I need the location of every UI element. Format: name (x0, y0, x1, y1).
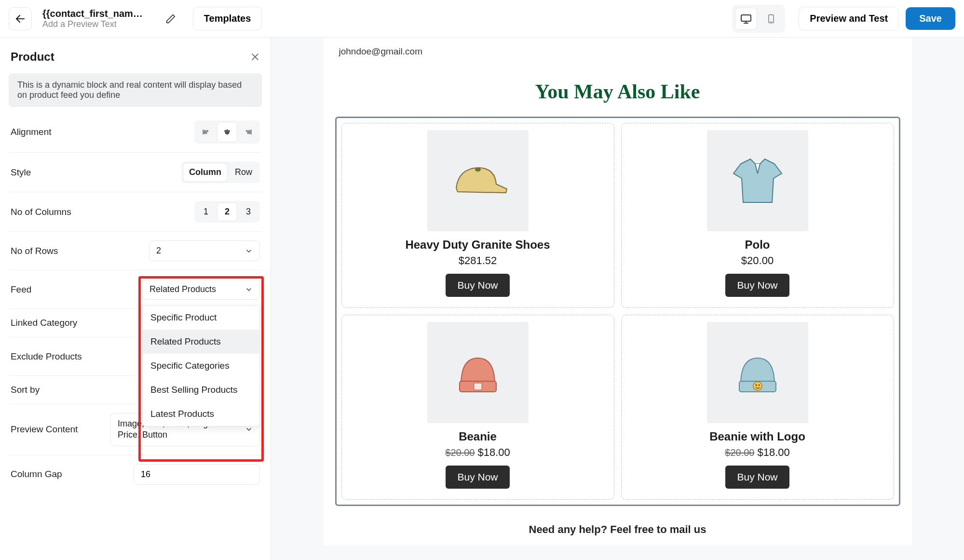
svg-point-19 (475, 168, 481, 172)
email-canvas: johndoe@gmail.com You May Also Like Heav… (271, 38, 964, 560)
style-label: Style (11, 167, 31, 178)
cols-segmented: 1 2 3 (194, 201, 260, 223)
preview-content-label: Preview Content (11, 424, 78, 435)
svg-rect-1 (741, 15, 751, 21)
buy-now-button[interactable]: Buy Now (725, 466, 789, 489)
panel-title: Product (11, 50, 54, 64)
chevron-down-icon (245, 426, 253, 433)
align-left-button[interactable] (196, 122, 216, 142)
product-image (707, 322, 808, 423)
feed-option-latest[interactable]: Latest Products (143, 402, 259, 426)
chevron-down-icon (245, 247, 253, 255)
svg-rect-9 (204, 131, 208, 132)
close-icon (250, 52, 260, 62)
email-from: johndoe@gmail.com (324, 38, 912, 57)
column-gap-input[interactable] (134, 464, 260, 485)
mobile-view-button[interactable] (760, 8, 782, 30)
svg-point-25 (758, 385, 760, 386)
product-price: $20.00$18.00 (349, 446, 607, 459)
linked-category-label: Linked Category (11, 318, 77, 328)
product-block-selected[interactable]: Heavy Duty Granite Shoes $281.52 Buy Now… (335, 117, 900, 506)
product-price: $20.00 (628, 254, 887, 267)
alignment-label: Alignment (11, 127, 52, 137)
align-left-icon (202, 128, 210, 136)
style-column-button[interactable]: Column (183, 163, 227, 181)
svg-rect-10 (204, 133, 206, 134)
email-frame: johndoe@gmail.com You May Also Like Heav… (324, 38, 912, 546)
product-image (427, 130, 529, 231)
alignment-segmented (194, 120, 260, 144)
save-button[interactable]: Save (906, 7, 955, 30)
product-grid: Heavy Duty Granite Shoes $281.52 Buy Now… (341, 123, 894, 500)
product-name: Beanie (349, 430, 607, 443)
buy-now-button[interactable]: Buy Now (446, 466, 509, 489)
feed-value: Related Products (149, 284, 216, 294)
templates-button[interactable]: Templates (193, 7, 262, 30)
arrow-left-icon (14, 13, 26, 25)
chevron-down-icon (245, 286, 253, 293)
device-toggle (732, 5, 785, 33)
rows-label: No of Rows (11, 246, 58, 256)
rows-dropdown[interactable]: 2 (149, 240, 260, 261)
style-row-button[interactable]: Row (229, 163, 258, 181)
desktop-icon (740, 13, 752, 25)
product-image (427, 322, 529, 423)
sort-label: Sort by (11, 385, 40, 395)
product-name: Beanie with Logo (628, 430, 887, 443)
cap-icon (444, 154, 512, 207)
product-card: Beanie with Logo $20.00$18.00 Buy Now (621, 315, 894, 500)
product-image (707, 130, 808, 231)
align-center-icon (223, 128, 231, 136)
product-card: Beanie $20.00$18.00 Buy Now (341, 315, 614, 500)
feed-dropdown-menu: Specific Product Related Products Specif… (142, 305, 260, 427)
style-segmented: Column Row (181, 161, 260, 183)
product-card: Polo $20.00 Buy Now (621, 123, 894, 308)
svg-point-23 (753, 382, 762, 390)
svg-rect-21 (474, 383, 482, 390)
exclude-label: Exclude Products (11, 351, 82, 362)
preview-text-hint[interactable]: Add a Preview Text (42, 19, 143, 29)
buy-now-button[interactable]: Buy Now (725, 274, 789, 297)
cols-3-button[interactable]: 3 (239, 203, 258, 221)
email-headline[interactable]: You May Also Like (324, 80, 912, 103)
svg-rect-16 (248, 133, 250, 134)
email-footer-text: Need any help? Feel free to mail us (324, 523, 912, 536)
cols-2-button[interactable]: 2 (217, 203, 237, 221)
edit-title-button[interactable] (162, 10, 179, 27)
rows-value: 2 (156, 246, 161, 256)
pencil-icon (165, 13, 176, 24)
product-name: Heavy Duty Granite Shoes (349, 238, 607, 252)
product-price: $20.00$18.00 (628, 446, 887, 459)
column-gap-label: Column Gap (11, 469, 62, 480)
svg-rect-15 (246, 131, 250, 132)
settings-sidebar: Product This is a dynamic block and real… (0, 38, 271, 560)
back-button[interactable] (9, 7, 32, 30)
feed-option-best-selling[interactable]: Best Selling Products (143, 378, 259, 402)
align-right-icon (244, 128, 252, 136)
feed-label: Feed (11, 284, 31, 295)
align-right-button[interactable] (239, 122, 258, 142)
mobile-icon (766, 13, 776, 25)
polo-icon (726, 152, 789, 210)
product-card: Heavy Duty Granite Shoes $281.52 Buy Now (341, 123, 614, 308)
beanie-logo-icon (729, 344, 787, 401)
feed-option-specific-product[interactable]: Specific Product (143, 306, 259, 330)
product-name: Polo (628, 238, 887, 252)
feed-option-specific-categories[interactable]: Specific Categories (143, 354, 259, 378)
beanie-icon (449, 344, 507, 401)
product-price: $281.52 (349, 254, 607, 267)
topbar: {{contact_first_nam… Add a Preview Text … (0, 0, 964, 38)
campaign-title: {{contact_first_nam… (42, 8, 143, 19)
close-panel-button[interactable] (250, 52, 260, 62)
desktop-view-button[interactable] (735, 8, 757, 30)
svg-point-24 (755, 385, 757, 386)
cols-1-button[interactable]: 1 (196, 203, 216, 221)
info-box: This is a dynamic block and real content… (9, 73, 262, 107)
title-area: {{contact_first_nam… Add a Preview Text (42, 8, 143, 29)
preview-test-button[interactable]: Preview and Test (799, 7, 899, 30)
feed-dropdown[interactable]: Related Products (142, 279, 260, 300)
buy-now-button[interactable]: Buy Now (446, 274, 509, 297)
feed-option-related-products[interactable]: Related Products (143, 330, 259, 354)
cols-label: No of Columns (11, 207, 71, 217)
align-center-button[interactable] (217, 122, 237, 142)
